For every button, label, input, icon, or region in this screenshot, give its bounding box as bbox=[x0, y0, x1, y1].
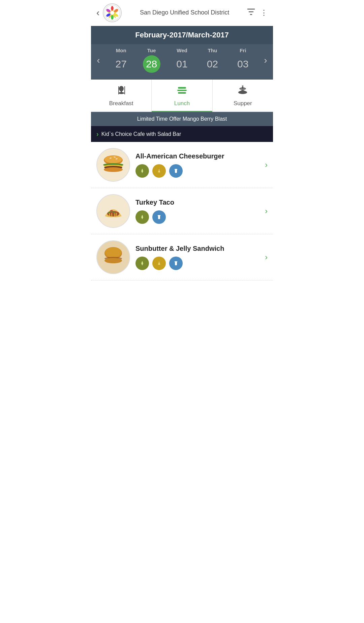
menu-item-0[interactable]: All-American Cheeseburger › bbox=[91, 142, 273, 188]
menu-item-1-image bbox=[96, 194, 130, 228]
menu-item-1-badges bbox=[135, 210, 262, 224]
calendar-day-4[interactable]: Fri 03 bbox=[234, 48, 252, 73]
category-bar[interactable]: › Kid`s Choice Cafe with Salad Bar bbox=[91, 126, 273, 142]
day-name-1: Tue bbox=[147, 48, 156, 53]
lunch-icon bbox=[176, 84, 188, 99]
tab-breakfast[interactable]: Breakfast bbox=[91, 80, 152, 111]
menu-item-0-content: All-American Cheeseburger bbox=[135, 152, 262, 178]
menu-item-2-name: Sunbutter & Jelly Sandwich bbox=[135, 245, 262, 253]
day-name-4: Fri bbox=[240, 48, 246, 53]
menu-item-1-chevron: › bbox=[265, 206, 268, 216]
badge-grain-0 bbox=[135, 164, 149, 178]
day-num-1: 28 bbox=[143, 55, 160, 73]
badge-grain-1 bbox=[135, 210, 149, 224]
calendar-day-0[interactable]: Mon 27 bbox=[112, 48, 130, 73]
menu-item-1[interactable]: Turkey Taco › bbox=[91, 188, 273, 234]
menu-item-2-image bbox=[96, 240, 130, 274]
header-actions: ⋮ bbox=[247, 7, 268, 18]
svg-rect-17 bbox=[178, 92, 186, 94]
svg-point-3 bbox=[111, 6, 114, 10]
menu-item-2-content: Sunbutter & Jelly Sandwich bbox=[135, 245, 262, 270]
badge-milk-2 bbox=[169, 257, 183, 270]
calendar-prev-button[interactable]: ‹ bbox=[91, 55, 106, 66]
day-num-2: 01 bbox=[173, 55, 191, 73]
calendar-day-2[interactable]: Wed 01 bbox=[173, 48, 191, 73]
tab-lunch[interactable]: Lunch bbox=[152, 80, 212, 111]
menu-item-2-badges bbox=[135, 257, 262, 270]
breakfast-icon bbox=[115, 84, 127, 99]
menu-item-0-chevron: › bbox=[265, 160, 268, 170]
svg-point-9 bbox=[111, 11, 115, 15]
svg-rect-49 bbox=[175, 261, 177, 262]
calendar-day-1[interactable]: Tue 28 bbox=[143, 48, 160, 73]
app-header: ‹ San Diego Unified School District ⋮ bbox=[91, 0, 273, 26]
calendar-next-button[interactable]: › bbox=[258, 55, 273, 66]
menu-item-1-content: Turkey Taco bbox=[135, 199, 262, 224]
school-name: San Diego Unified School District bbox=[126, 9, 243, 17]
category-expand-icon: › bbox=[96, 130, 99, 138]
supper-icon bbox=[237, 84, 249, 99]
calendar-month: February-2017/March-2017 bbox=[91, 26, 273, 44]
badge-milk-0 bbox=[169, 164, 183, 178]
svg-point-6 bbox=[111, 15, 114, 20]
day-name-2: Wed bbox=[177, 48, 187, 53]
meal-tabs: Breakfast Lunch Supper bbox=[91, 80, 273, 112]
menu-item-0-image bbox=[96, 148, 130, 182]
tab-lunch-label: Lunch bbox=[174, 100, 190, 107]
back-button[interactable]: ‹ bbox=[96, 7, 99, 18]
svg-rect-15 bbox=[178, 87, 186, 89]
menu-item-0-name: All-American Cheeseburger bbox=[135, 152, 262, 160]
svg-rect-20 bbox=[242, 86, 243, 89]
day-name-0: Mon bbox=[116, 48, 126, 53]
calendar-days-row: ‹ Mon 27 Tue 28 Wed 01 Thu 02 bbox=[91, 44, 273, 80]
svg-rect-40 bbox=[158, 215, 160, 216]
svg-rect-34 bbox=[175, 169, 177, 170]
menu-item-2[interactable]: Sunbutter & Jelly Sandwich › bbox=[91, 234, 273, 280]
menu-item-0-badges bbox=[135, 164, 262, 178]
filter-icon[interactable] bbox=[247, 7, 255, 18]
tab-breakfast-label: Breakfast bbox=[109, 100, 133, 107]
svg-rect-12 bbox=[121, 91, 122, 93]
day-name-3: Thu bbox=[208, 48, 217, 53]
day-num-4: 03 bbox=[234, 55, 252, 73]
menu-item-1-name: Turkey Taco bbox=[135, 199, 262, 206]
calendar-day-3[interactable]: Thu 02 bbox=[204, 48, 221, 73]
svg-rect-16 bbox=[177, 90, 187, 91]
svg-point-29 bbox=[104, 167, 123, 172]
svg-point-10 bbox=[119, 86, 124, 91]
calendar-days-inner: Mon 27 Tue 28 Wed 01 Thu 02 Fri 03 bbox=[106, 48, 258, 73]
more-icon[interactable]: ⋮ bbox=[260, 8, 268, 17]
day-num-3: 02 bbox=[204, 55, 221, 73]
category-name: Kid`s Choice Cafe with Salad Bar bbox=[101, 131, 181, 137]
svg-point-22 bbox=[104, 156, 122, 163]
badge-grain-2 bbox=[135, 257, 149, 270]
badge-milk-1 bbox=[152, 210, 166, 224]
svg-point-44 bbox=[104, 258, 122, 263]
offer-banner: Limited Time Offer Mango Berry Blast bbox=[91, 112, 273, 126]
badge-veggie-2 bbox=[152, 257, 166, 270]
menu-list: All-American Cheeseburger › bbox=[91, 142, 273, 280]
tab-supper-label: Supper bbox=[234, 100, 252, 107]
school-logo bbox=[103, 3, 122, 22]
badge-veggie-0 bbox=[152, 164, 166, 178]
calendar-section: February-2017/March-2017 ‹ Mon 27 Tue 28… bbox=[91, 26, 273, 80]
day-num-0: 27 bbox=[112, 55, 130, 73]
menu-item-2-chevron: › bbox=[265, 253, 268, 262]
tab-supper[interactable]: Supper bbox=[213, 80, 273, 111]
svg-point-42 bbox=[105, 247, 121, 258]
